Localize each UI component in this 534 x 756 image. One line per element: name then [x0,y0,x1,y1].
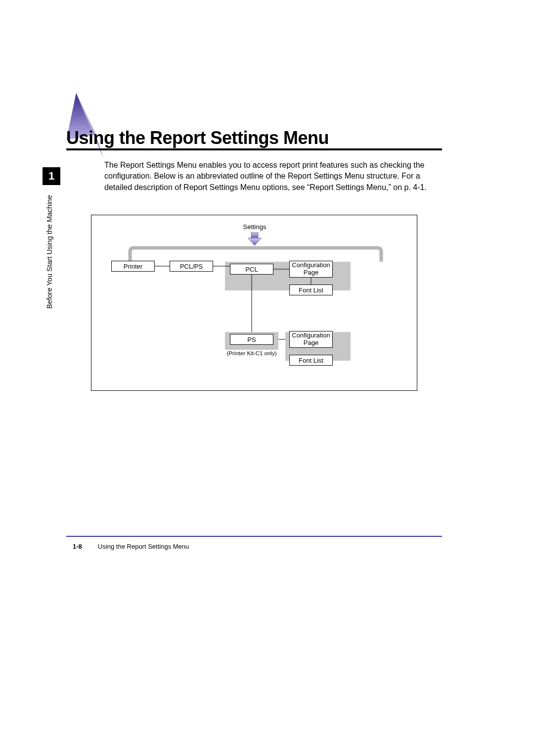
intro-paragraph: The Report Settings Menu enables you to … [104,160,441,193]
page-title: Using the Report Settings Menu [66,128,329,148]
diagram-note-ps: (Printer Kit-C1 only) [224,350,279,356]
diagram-node-ps-config: Configuration Page [289,331,333,348]
chapter-sidebar-label: Before You Start Using the Machine [45,185,53,309]
chapter-tab: 1 [43,167,60,185]
heading-underline [66,148,442,150]
diagram-connectors [91,215,418,391]
footer-page-number: 1-8 [73,543,82,550]
menu-structure-diagram: Settings Printer PCL/PS PCL Configuratio… [91,215,417,391]
footer-rule [66,536,442,537]
footer-title: Using the Report Settings Menu [98,543,189,550]
diagram-node-ps-fontlist: Font List [289,355,333,366]
diagram-node-ps: PS [230,334,273,345]
